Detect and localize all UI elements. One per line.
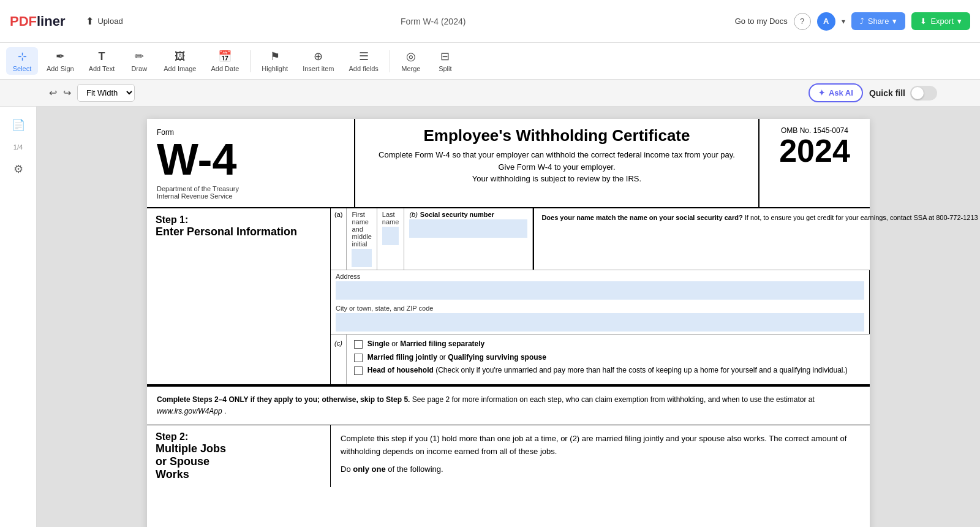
- city-input[interactable]: [336, 313, 864, 332]
- ssn-label: Social security number: [420, 211, 494, 218]
- checkbox-section: Single or Married filing separately Marr…: [347, 335, 855, 384]
- tool-draw[interactable]: ✏ Draw: [123, 47, 155, 75]
- form-header: Form W-4 Department of the Treasury Inte…: [147, 119, 870, 208]
- subtitle-line2: Give Form W-4 to your employer.: [365, 161, 748, 173]
- split-icon: ⊟: [440, 50, 450, 63]
- toolbar-separator-2: [390, 50, 390, 72]
- tool-select[interactable]: ⊹ Select: [6, 47, 38, 75]
- checkbox-married-row: Married filing jointly or Qualifying sur…: [354, 353, 848, 363]
- step1-label: Step 1: Enter Personal Information: [147, 208, 331, 384]
- sidebar-settings-icon[interactable]: ⚙: [6, 157, 31, 181]
- document-title: Form W-4 (2024): [132, 17, 735, 26]
- toolbar: ⊹ Select ✒ Add Sign T Add Text ✏ Draw 🖼 …: [0, 43, 980, 80]
- last-name-label: Last name: [382, 211, 399, 226]
- tool-add-image[interactable]: 🖼 Add Image: [157, 48, 202, 75]
- city-row: City or town, state, and ZIP code: [331, 302, 870, 334]
- step-info-end: .: [224, 407, 226, 415]
- checkbox-hoh[interactable]: [354, 366, 363, 375]
- last-name-cell: Last name: [377, 208, 405, 270]
- ask-ai-button[interactable]: ✦ Ask AI: [809, 83, 863, 102]
- quick-fill-area: Quick fill: [869, 86, 937, 100]
- last-name-input[interactable]: [382, 227, 399, 245]
- address-section: Address City or town, state, and ZIP cod…: [331, 270, 870, 335]
- step2-num: Step 2:: [156, 431, 322, 442]
- form-number: W-4: [157, 137, 344, 181]
- step1-content: (a) First name and middle initial Last n…: [331, 208, 870, 384]
- sidebar-pages-icon[interactable]: 📄: [6, 113, 31, 137]
- merge-icon: ◎: [406, 50, 416, 63]
- share-button[interactable]: ⤴ Share ▾: [851, 12, 906, 30]
- avatar-button[interactable]: A: [817, 12, 835, 31]
- address-input[interactable]: [336, 281, 864, 300]
- redo-button[interactable]: ↪: [63, 87, 71, 99]
- address-cell: Address: [331, 270, 870, 302]
- share-label: Share: [868, 17, 889, 26]
- tool-merge[interactable]: ◎ Merge: [395, 47, 427, 75]
- logo-liner: liner: [37, 13, 65, 29]
- tool-highlight[interactable]: ⚑ Highlight: [255, 47, 294, 75]
- dept-label: Department of the Treasury Internal Reve…: [157, 185, 344, 200]
- export-icon: ⬇: [920, 17, 927, 26]
- form-w4: Form W-4 Department of the Treasury Inte…: [147, 119, 870, 527]
- draw-label: Draw: [131, 65, 147, 72]
- help-button[interactable]: ?: [794, 13, 811, 30]
- toolbar-separator-1: [250, 50, 251, 72]
- add-date-label: Add Date: [211, 65, 239, 72]
- zoom-select[interactable]: Fit Width 50% 75% 100% 125% 150%: [77, 84, 135, 102]
- step2-line1: Complete this step if you (1) hold more …: [341, 433, 860, 458]
- highlight-icon: ⚑: [270, 50, 280, 63]
- step2-title3: Works: [156, 468, 322, 481]
- main-content[interactable]: Form W-4 Department of the Treasury Inte…: [37, 107, 980, 527]
- toggle-knob: [911, 87, 924, 99]
- form-header-left: Form W-4 Department of the Treasury Inte…: [147, 119, 355, 207]
- subtitle-line3: Your withholding is subject to review by…: [365, 173, 748, 185]
- highlight-label: Highlight: [262, 65, 288, 72]
- dept-irs: Internal Revenue Service: [157, 192, 344, 200]
- form-title: Employee's Withholding Certificate: [365, 126, 748, 145]
- tool-insert-item[interactable]: ⊕ Insert item: [296, 47, 340, 75]
- logo: PDFliner: [10, 13, 65, 29]
- right-note: Does your name match the name on your so…: [533, 208, 980, 270]
- tool-add-fields[interactable]: ☰ Add fields: [343, 47, 385, 75]
- subtitle-line1: Complete Form W-4 so that your employer …: [365, 149, 748, 161]
- select-icon: ⊹: [18, 50, 27, 63]
- first-name-cell: First name and middle initial: [347, 208, 377, 270]
- page-indicator: 1/4: [13, 143, 23, 151]
- checkbox-single[interactable]: [354, 340, 363, 349]
- quick-fill-toggle[interactable]: [910, 86, 937, 100]
- step-info-url: www.irs.gov/W4App: [157, 407, 222, 415]
- checkboxes-row: (c) Single or Married filing separately …: [331, 335, 870, 384]
- ssn-cell: (b) Social security number: [404, 208, 533, 270]
- ai-icon: ✦: [818, 88, 825, 97]
- step1-section: Step 1: Enter Personal Information (a) F…: [147, 208, 870, 385]
- add-text-label: Add Text: [89, 65, 115, 72]
- header: PDFliner ⬆ Upload Form W-4 (2024) Go to …: [0, 0, 980, 43]
- tool-add-text[interactable]: T Add Text: [83, 48, 121, 75]
- checkbox-married-jointly[interactable]: [354, 354, 363, 362]
- export-button[interactable]: ⬇ Export ▾: [911, 12, 970, 30]
- undo-button[interactable]: ↩: [49, 87, 57, 99]
- step2-title1: Multiple Jobs: [156, 442, 322, 455]
- upload-button[interactable]: ⬆ Upload: [77, 12, 131, 31]
- tool-add-sign[interactable]: ✒ Add Sign: [40, 47, 80, 75]
- step-info-rest: See page 2 for more information on each …: [412, 395, 815, 404]
- step2-title2: or Spouse: [156, 455, 322, 468]
- insert-item-icon: ⊕: [314, 50, 323, 63]
- ssn-input[interactable]: [409, 219, 527, 238]
- first-name-input[interactable]: [352, 249, 371, 267]
- header-right: Go to my Docs ? A ▾ ⤴ Share ▾ ⬇ Export ▾: [735, 12, 970, 31]
- city-cell: City or town, state, and ZIP code: [331, 302, 870, 334]
- form-header-center: Employee's Withholding Certificate Compl…: [355, 119, 760, 207]
- tool-add-date[interactable]: 📅 Add Date: [205, 47, 245, 75]
- tool-split[interactable]: ⊟ Split: [429, 47, 461, 75]
- upload-icon: ⬆: [86, 15, 94, 27]
- address-row: Address: [331, 270, 870, 302]
- form-header-right: OMB No. 1545-0074 2024: [760, 119, 870, 207]
- insert-item-label: Insert item: [303, 65, 334, 72]
- add-image-icon: 🖼: [175, 50, 186, 63]
- step2-line2-rest: of the following.: [388, 464, 443, 474]
- checkbox-hoh-label: Head of household (Check only if you're …: [368, 366, 848, 376]
- account-chevron[interactable]: ▾: [842, 17, 845, 26]
- ask-ai-label: Ask AI: [829, 88, 853, 97]
- go-to-docs-link[interactable]: Go to my Docs: [735, 17, 788, 26]
